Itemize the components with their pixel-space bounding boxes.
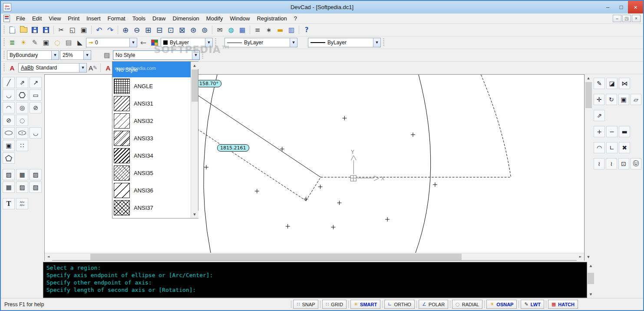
join-tool[interactable]: ≀: [606, 158, 617, 169]
publish-button[interactable]: ✉: [215, 25, 225, 35]
menu-item-edit[interactable]: Edit: [29, 14, 45, 23]
toggle-grid[interactable]: ∷ GRID: [322, 300, 347, 309]
toggle-ortho[interactable]: ∟ ORTHO: [384, 300, 415, 309]
boundary-combo[interactable]: ByBoundary ▼: [7, 50, 59, 60]
zoom-window-button[interactable]: ⊞: [143, 25, 153, 35]
explode-tool[interactable]: ✖: [619, 142, 630, 153]
toggle-polar[interactable]: ∠ POLAR: [419, 300, 448, 309]
menu-item-draw[interactable]: Draw: [149, 14, 169, 23]
menu-item-help[interactable]: ?: [291, 14, 301, 23]
zoom-scale-button[interactable]: ⊡: [165, 25, 176, 35]
dropdown-scroll-thumb[interactable]: [192, 69, 198, 102]
edit-tool[interactable]: ✎: [594, 78, 605, 89]
polyline-tool[interactable]: ◡: [3, 89, 15, 101]
menu-item-registration[interactable]: Registration: [253, 14, 290, 23]
stretch-tool[interactable]: ⇗: [594, 110, 605, 121]
open-button[interactable]: [18, 25, 29, 35]
zoom-previous-button[interactable]: ⊟: [154, 25, 165, 35]
hatch-edit-button[interactable]: ▨: [102, 50, 112, 60]
style-option-ansi34[interactable]: ANSI34: [112, 147, 191, 164]
toolbar-grip[interactable]: [3, 38, 5, 47]
hatch-tool-2[interactable]: ▦: [16, 169, 28, 180]
multiline-text-tool[interactable]: Abc Abc: [16, 198, 28, 209]
toolbar-grip[interactable]: [215, 38, 216, 47]
arc-left[interactable]: [204, 75, 217, 253]
copy-object-tool[interactable]: ◪: [606, 78, 618, 89]
line-tool[interactable]: ╱: [3, 77, 15, 88]
hatch-style-combo[interactable]: No Style ▼: [113, 50, 200, 60]
menu-item-insert[interactable]: Insert: [83, 14, 104, 23]
menu-item-format[interactable]: Format: [104, 14, 129, 23]
radius-line[interactable]: [182, 85, 320, 177]
mdi-close-button[interactable]: ×: [632, 15, 641, 22]
command-window[interactable]: Select a region: Specify axis endpoint o…: [43, 262, 587, 298]
layer-plot-button[interactable]: ◌: [52, 37, 63, 48]
zoom-all-button[interactable]: ⊚: [199, 25, 210, 35]
break-tool[interactable]: ≀: [594, 158, 604, 169]
menu-item-file[interactable]: File: [13, 14, 29, 23]
trim-tool[interactable]: −: [606, 126, 618, 137]
hatch-tool-5[interactable]: ▨: [16, 182, 28, 193]
scroll-down-arrow[interactable]: ▼: [585, 253, 592, 261]
style-option-ansi33[interactable]: ANSI33: [112, 129, 191, 147]
layer-on-off-button[interactable]: ☀: [18, 37, 29, 48]
color-palette-button[interactable]: [149, 37, 160, 48]
toolbar-grip[interactable]: [202, 51, 203, 60]
rectangle-tool[interactable]: ▭: [30, 89, 42, 101]
skew-tool[interactable]: ▱: [631, 94, 641, 105]
style-option-ansi36[interactable]: ANSI36: [112, 182, 191, 199]
cut-button[interactable]: ✂: [56, 25, 66, 35]
style-option-ansi35[interactable]: ANSI35: [112, 164, 191, 182]
style-option-ansi32[interactable]: ANSI32: [112, 112, 191, 129]
layout-button[interactable]: ▥: [286, 25, 297, 35]
closed-polyline-tool[interactable]: [3, 152, 15, 164]
zoom-extents-button[interactable]: ⊛: [188, 25, 198, 35]
move-tool[interactable]: ✛: [594, 94, 604, 105]
minimize-button[interactable]: –: [601, 1, 614, 13]
scroll-up-arrow[interactable]: ▲: [585, 74, 592, 82]
help-button[interactable]: ?: [301, 25, 312, 35]
hatch-scale-combo[interactable]: 25% ▼: [60, 50, 91, 60]
toggle-lwt[interactable]: ✎ LWT: [521, 300, 544, 309]
maximize-button[interactable]: □: [614, 1, 628, 13]
construction-line-tool[interactable]: ⇗: [16, 77, 28, 88]
polygon-tool[interactable]: [16, 89, 28, 101]
fillet-tool[interactable]: ◠: [594, 142, 605, 153]
chevron-down-icon[interactable]: ▼: [205, 38, 212, 47]
lengthen-tool[interactable]: +: [594, 126, 605, 137]
spline-tool[interactable]: ◌: [16, 115, 28, 126]
hatch-tool-4[interactable]: ▦: [3, 182, 15, 193]
ellipse-center-tool[interactable]: [16, 127, 28, 139]
chevron-down-icon[interactable]: ▼: [290, 38, 297, 47]
paste-button[interactable]: ▣: [79, 25, 89, 35]
boundary-tool[interactable]: ⊡: [618, 158, 629, 169]
chevron-down-icon[interactable]: ▼: [51, 51, 59, 60]
ellipse-arc-tool[interactable]: ◡: [30, 127, 42, 139]
command-prompt[interactable]: Specify length of second axis or [Rotati…: [46, 286, 584, 294]
menu-item-window[interactable]: Window: [226, 14, 253, 23]
text-tool[interactable]: T: [3, 198, 15, 209]
donut-tool[interactable]: ⊘: [3, 115, 15, 126]
command-scrollbar[interactable]: ▲ ▼: [587, 262, 594, 298]
vertical-scroll-thumb[interactable]: [585, 82, 592, 108]
mdi-restore-button[interactable]: ◳: [622, 15, 631, 22]
menu-item-view[interactable]: View: [45, 14, 64, 23]
dropdown-scrollbar[interactable]: ▲ ▼: [191, 62, 198, 218]
copy-button[interactable]: ◱: [67, 25, 78, 35]
toolbar-grip[interactable]: [3, 26, 5, 34]
scale-tool[interactable]: ▣: [618, 94, 629, 105]
new-button[interactable]: [7, 25, 17, 35]
undo-button[interactable]: ↶: [94, 25, 104, 35]
menu-item-modify[interactable]: Modify: [203, 14, 226, 23]
horizontal-scrollbar[interactable]: ◄ ►: [45, 253, 584, 260]
ellipse-tool[interactable]: [3, 127, 15, 139]
circle-tan-tool[interactable]: ⊘: [30, 102, 42, 113]
scroll-down-arrow[interactable]: ▼: [587, 291, 594, 298]
style-option-ansi31[interactable]: ANSI31: [112, 95, 191, 112]
scroll-right-arrow[interactable]: ►: [577, 253, 584, 261]
color-combo[interactable]: ByLayer ▼: [161, 38, 213, 47]
rotate-tool[interactable]: ↻: [606, 94, 617, 105]
text-style-combo[interactable]: AaBb Standard ▼: [18, 63, 87, 73]
lineweight-combo[interactable]: ByLayer ▼: [308, 38, 381, 47]
chevron-down-icon[interactable]: ▼: [373, 38, 380, 47]
